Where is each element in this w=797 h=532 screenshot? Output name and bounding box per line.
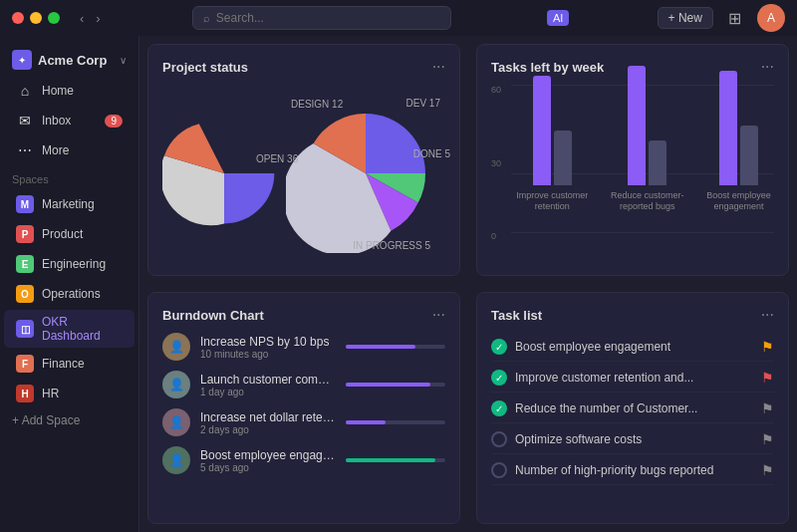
task-check-done[interactable]: ✓ xyxy=(491,400,507,416)
burndown-bar-fill xyxy=(346,383,430,387)
task-flag: ⚑ xyxy=(761,339,774,355)
burndown-bar-container xyxy=(346,345,445,349)
open-label: OPEN 36 xyxy=(256,153,298,164)
sidebar-item-inbox[interactable]: ✉ Inbox 9 xyxy=(4,107,134,134)
y-axis-labels: 60 30 0 xyxy=(491,85,501,241)
grid-icon[interactable]: ⊞ xyxy=(721,4,749,32)
user-avatar[interactable]: A xyxy=(757,4,785,32)
okr-dot: ◫ xyxy=(16,320,34,338)
sidebar-item-operations[interactable]: O Operations xyxy=(4,280,134,308)
panel-header: Project status ··· xyxy=(162,59,445,75)
burndown-avatar: 👤 xyxy=(162,371,190,399)
burndown-bar-bg xyxy=(346,383,445,387)
sidebar: ✦ Acme Corp ∨ ⌂ Home ✉ Inbox 9 ⋯ More Sp… xyxy=(0,36,139,532)
task-check-done[interactable]: ✓ xyxy=(491,339,507,355)
burndown-bar-fill xyxy=(346,345,415,349)
task-label: Boost employee engagement xyxy=(515,340,753,354)
bar-gray-3 xyxy=(740,126,758,185)
titlebar: ‹ › ⌕ AI + New ⊞ A xyxy=(0,0,797,36)
bar-purple-3 xyxy=(719,71,737,185)
traffic-lights xyxy=(12,12,60,24)
close-button[interactable] xyxy=(12,12,24,24)
sidebar-item-more[interactable]: ⋯ More xyxy=(4,136,134,164)
chevron-down-icon: ∨ xyxy=(120,55,127,66)
search-input[interactable] xyxy=(216,11,440,25)
sidebar-item-label: Home xyxy=(42,84,123,98)
workspace-name: Acme Corp xyxy=(38,53,114,68)
task-check-done[interactable]: ✓ xyxy=(491,370,507,386)
bar-pair-2 xyxy=(628,66,666,185)
burndown-bar-fill xyxy=(346,420,386,424)
burndown-info: Increase net dollar retention 2 days ago xyxy=(200,410,336,435)
burndown-item: 👤 Increase NPS by 10 bps 10 minutes ago xyxy=(162,333,445,361)
task-flag: ⚑ xyxy=(761,431,774,447)
done-label: DONE 5 xyxy=(413,148,450,159)
panel-more-button[interactable]: ··· xyxy=(761,307,774,323)
maximize-button[interactable] xyxy=(48,12,60,24)
workspace-header[interactable]: ✦ Acme Corp ∨ xyxy=(0,44,138,76)
task-list-panel: Task list ··· ✓ Boost employee engagemen… xyxy=(476,292,789,524)
sidebar-item-engineering[interactable]: E Engineering xyxy=(4,250,134,278)
hr-dot: H xyxy=(16,385,34,402)
sidebar-item-label: Finance xyxy=(42,357,123,371)
bar-chart: Improve customerretention Reduce custome… xyxy=(513,85,774,233)
panel-header: Task list ··· xyxy=(491,307,774,323)
sidebar-item-label: HR xyxy=(42,387,123,400)
bar-label-1: Improve customerretention xyxy=(516,190,588,213)
task-label: Improve customer retention and... xyxy=(515,371,753,385)
sidebar-item-marketing[interactable]: M Marketing xyxy=(4,190,134,218)
pie-chart-container: DEV 17 DONE 5 IN PROGRESS 5 OPEN 36 DESI… xyxy=(162,85,445,261)
panel-more-button[interactable]: ··· xyxy=(432,307,445,323)
add-space-button[interactable]: + Add Space xyxy=(0,408,138,432)
bar-label-2: Reduce customer-reported bugs xyxy=(611,190,684,213)
content-area: Project status ··· xyxy=(139,36,797,532)
new-button[interactable]: + New xyxy=(658,7,713,29)
burndown-info: Launch customer community 1 day ago xyxy=(200,373,336,398)
sidebar-item-finance[interactable]: F Finance xyxy=(4,350,134,378)
task-item: Optimize software costs ⚑ xyxy=(491,425,774,454)
ai-badge[interactable]: AI xyxy=(547,10,569,26)
design-label: DESIGN 12 xyxy=(291,99,343,110)
task-list: ✓ Boost employee engagement ⚑ ✓ Improve … xyxy=(491,333,774,509)
bar-gray-2 xyxy=(649,140,666,185)
panel-title: Tasks left by week xyxy=(491,60,604,75)
search-icon: ⌕ xyxy=(203,12,210,24)
burndown-title: Increase net dollar retention xyxy=(200,410,336,424)
panel-more-button[interactable]: ··· xyxy=(432,59,445,75)
bar-pair-1 xyxy=(533,76,572,185)
sidebar-item-label: Operations xyxy=(42,287,123,301)
task-item: ✓ Improve customer retention and... ⚑ xyxy=(491,364,774,393)
bar-purple-2 xyxy=(628,66,646,185)
burndown-item: 👤 Boost employee engagement 5 days ago xyxy=(162,446,445,474)
more-icon: ⋯ xyxy=(16,141,34,159)
pie-chart xyxy=(162,94,286,253)
task-check-pending[interactable] xyxy=(491,462,507,478)
bar-group-1: Improve customerretention xyxy=(516,76,588,213)
forward-button[interactable]: › xyxy=(92,9,104,28)
back-button[interactable]: ‹ xyxy=(76,9,88,28)
task-label: Reduce the number of Customer... xyxy=(515,401,753,415)
bar-chart-wrapper: 60 30 0 Improve c xyxy=(491,85,774,261)
burndown-panel: Burndown Chart ··· 👤 Increase NPS by 10 … xyxy=(147,292,460,524)
burndown-item: 👤 Increase net dollar retention 2 days a… xyxy=(162,408,445,436)
pie-svg xyxy=(286,94,445,253)
sidebar-item-okr[interactable]: ◫ OKR Dashboard xyxy=(4,310,134,348)
search-bar[interactable]: ⌕ xyxy=(192,6,451,30)
task-item: ✓ Boost employee engagement ⚑ xyxy=(491,333,774,362)
bar-purple-1 xyxy=(533,76,551,185)
task-item: Number of high-priority bugs reported ⚑ xyxy=(491,456,774,485)
sidebar-item-product[interactable]: P Product xyxy=(4,220,134,248)
burndown-bar-bg xyxy=(346,458,445,462)
home-icon: ⌂ xyxy=(16,82,34,100)
burndown-info: Increase NPS by 10 bps 10 minutes ago xyxy=(200,335,336,360)
sidebar-item-label: Marketing xyxy=(42,197,123,211)
minimize-button[interactable] xyxy=(30,12,42,24)
burndown-bar-bg xyxy=(346,345,445,349)
panel-title: Project status xyxy=(162,60,248,75)
task-check-pending[interactable] xyxy=(491,431,507,447)
sidebar-item-hr[interactable]: H HR xyxy=(4,380,134,407)
sidebar-item-label: Product xyxy=(42,227,123,241)
burndown-avatar: 👤 xyxy=(162,333,190,361)
add-space-label: + Add Space xyxy=(12,413,80,427)
sidebar-item-home[interactable]: ⌂ Home xyxy=(4,77,134,105)
